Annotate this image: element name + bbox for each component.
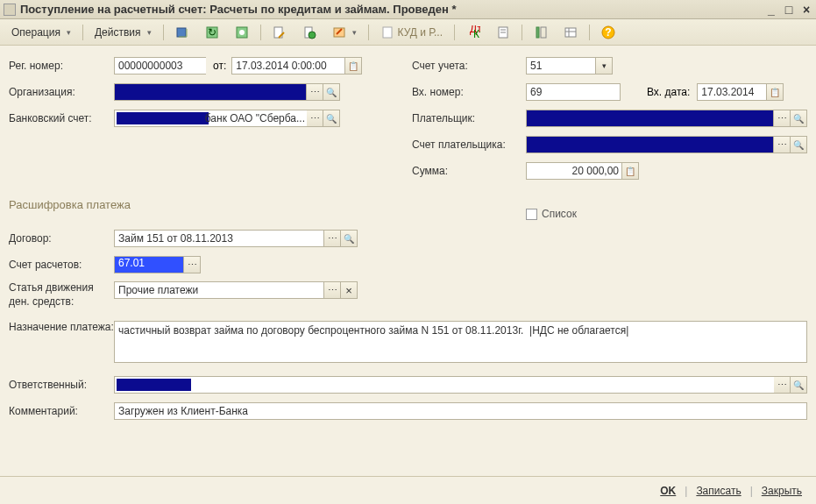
help-icon[interactable]: ? — [595, 23, 621, 42]
close-window-button[interactable]: × — [800, 4, 812, 16]
settle-input[interactable]: 67.01 — [114, 256, 184, 273]
payer-select-icon[interactable] — [773, 110, 791, 127]
tb-icon-3[interactable] — [229, 23, 255, 42]
bank-search-icon[interactable] — [323, 110, 340, 127]
minimize-button[interactable]: _ — [765, 4, 777, 16]
maximize-button[interactable]: □ — [783, 4, 795, 16]
responsible-input[interactable] — [114, 376, 774, 394]
org-label: Организация: — [9, 86, 114, 98]
from-date-picker-icon[interactable] — [344, 57, 362, 75]
from-date-input[interactable] — [231, 57, 345, 75]
svg-text:↻: ↻ — [208, 26, 216, 39]
cashflow-label: Статья движения ден. средств: — [9, 281, 114, 309]
account-dropdown-icon[interactable] — [595, 57, 613, 75]
bank-select-icon[interactable] — [306, 110, 323, 127]
tb-icon-9[interactable] — [557, 23, 584, 42]
close-button[interactable]: Закрыть — [756, 485, 807, 497]
account-input[interactable] — [526, 57, 596, 75]
payer-search-icon[interactable] — [790, 110, 807, 127]
account-label: Счет учета: — [412, 60, 526, 72]
bank-input[interactable]: банк ОАО "Сберба... — [114, 110, 307, 127]
org-search-icon[interactable] — [323, 83, 340, 101]
payer-label: Плательщик: — [412, 112, 526, 124]
in-date-picker-icon[interactable] — [766, 83, 784, 101]
in-date-label: Вх. дата: — [647, 86, 690, 98]
tb-icon-1[interactable] — [169, 23, 195, 42]
write-button[interactable]: Записать — [691, 485, 746, 497]
cashflow-clear-icon[interactable] — [340, 281, 358, 299]
svg-rect-9 — [383, 27, 392, 38]
sum-label: Сумма: — [412, 165, 526, 177]
form-content: Рег. номер: от: Счет учета: Организация: — [0, 46, 816, 476]
cashflow-input[interactable] — [114, 281, 324, 299]
settle-label: Счет расчетов: — [9, 259, 114, 271]
toolbar: Операция Действия ↻ КУД и Р... ДтКт ? — [0, 19, 816, 46]
reg-number-input[interactable] — [114, 57, 206, 75]
section-title: Расшифровка платежа — [9, 198, 131, 211]
tb-dtkt-icon[interactable]: ДтКт — [460, 23, 486, 42]
reg-number-label: Рег. номер: — [9, 60, 114, 72]
responsible-select-icon[interactable] — [773, 376, 791, 394]
kudir-button[interactable]: КУД и Р... — [374, 23, 449, 42]
ok-button[interactable]: OK — [655, 485, 681, 497]
svg-rect-15 — [536, 27, 539, 38]
window-icon — [4, 4, 16, 16]
tb-icon-7[interactable] — [490, 23, 516, 42]
bank-label: Банковский счет: — [9, 112, 114, 124]
svg-rect-17 — [565, 28, 576, 37]
org-input[interactable] — [114, 83, 307, 101]
payer-acc-label: Счет плательщика: — [412, 138, 526, 151]
org-select-icon[interactable] — [306, 83, 323, 101]
payer-acc-input[interactable] — [526, 136, 774, 153]
comment-input[interactable] — [114, 402, 807, 420]
tb-icon-5[interactable] — [296, 23, 323, 42]
settle-select-icon[interactable] — [183, 256, 201, 273]
actions-menu[interactable]: Действия — [89, 23, 158, 42]
purpose-textarea[interactable] — [114, 321, 807, 363]
payer-acc-search-icon[interactable] — [790, 136, 807, 153]
cashflow-select-icon[interactable] — [323, 281, 341, 299]
window-title: Поступление на расчетный счет: Расчеты п… — [20, 3, 765, 16]
contract-search-icon[interactable] — [340, 230, 358, 247]
sum-calc-icon[interactable] — [621, 162, 639, 180]
payer-input[interactable] — [526, 110, 774, 127]
from-label: от: — [213, 60, 226, 72]
sum-input[interactable] — [526, 162, 622, 180]
comment-label: Комментарий: — [9, 405, 114, 417]
operation-menu[interactable]: Операция — [5, 23, 77, 42]
svg-point-4 — [239, 30, 245, 35]
svg-rect-16 — [541, 27, 546, 38]
titlebar: Поступление на расчетный счет: Расчеты п… — [0, 0, 816, 19]
svg-text:Кт: Кт — [473, 28, 480, 39]
in-no-label: Вх. номер: — [412, 86, 526, 98]
svg-point-7 — [309, 32, 316, 39]
responsible-label: Ответственный: — [9, 379, 114, 391]
contract-input[interactable] — [114, 230, 324, 247]
footer: OK | Записать | Закрыть — [0, 476, 816, 504]
list-checkbox[interactable] — [526, 209, 537, 220]
tb-icon-6[interactable] — [326, 23, 363, 42]
svg-text:?: ? — [605, 26, 611, 39]
tb-icon-8[interactable] — [528, 23, 554, 42]
purpose-label: Назначение платежа: — [9, 321, 114, 335]
in-no-input[interactable] — [526, 83, 621, 101]
responsible-search-icon[interactable] — [790, 376, 807, 394]
payer-acc-select-icon[interactable] — [773, 136, 791, 153]
svg-rect-0 — [177, 28, 186, 37]
tb-icon-2[interactable]: ↻ — [199, 23, 225, 42]
contract-select-icon[interactable] — [323, 230, 341, 247]
contract-label: Договор: — [9, 232, 114, 245]
in-date-input[interactable] — [697, 83, 767, 101]
tb-icon-4[interactable] — [266, 23, 293, 42]
list-label: Список — [542, 208, 577, 220]
